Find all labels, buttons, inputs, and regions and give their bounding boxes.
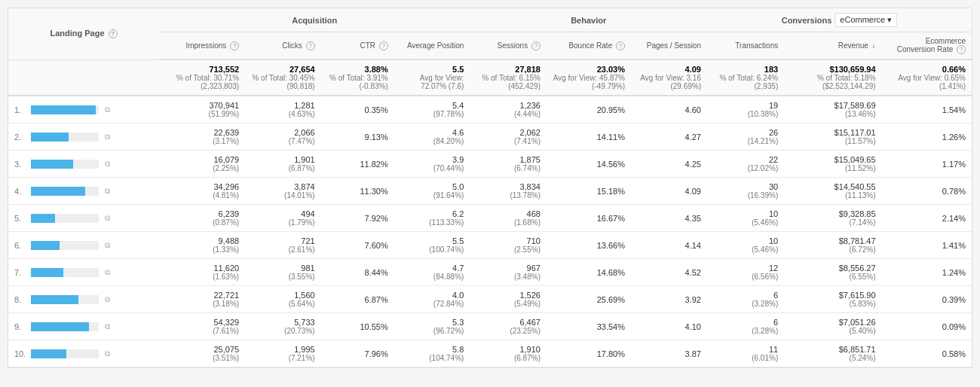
ecommerce-conversion-rate-cell: 0.58% [882, 340, 972, 367]
conversions-type-dropdown[interactable]: eCommerce ▾ [835, 13, 897, 27]
clicks-sub: (4.63%) [251, 110, 315, 118]
ecommerce-conversion-rate-value: 0.09% [888, 322, 966, 331]
transactions-value: 30 [713, 182, 778, 191]
clicks-cell: 981 (3.55%) [245, 259, 321, 286]
totals-revenue: $130,659.94 % of Total: 5.18% ($2,523,14… [784, 59, 881, 96]
ecommerce-conversion-rate-cell: 0.39% [882, 286, 972, 313]
revenue-sort-arrow[interactable]: ↓ [872, 41, 876, 50]
avg-position-value: 4.0 [400, 291, 464, 300]
copy-icon[interactable]: ⧉ [105, 187, 110, 196]
pages-per-session-value: 4.25 [637, 160, 701, 169]
ctr-help-icon[interactable]: ? [379, 41, 388, 50]
ctr-value: 0.35% [327, 105, 388, 114]
copy-icon[interactable]: ⧉ [105, 349, 110, 358]
copy-icon[interactable]: ⧉ [105, 214, 110, 223]
clicks-value: 1,560 [251, 291, 315, 300]
clicks-help-icon[interactable]: ? [306, 41, 315, 50]
impressions-cell: 9,488 (1.33%) [159, 232, 245, 259]
sessions-value: 3,834 [476, 182, 541, 191]
ctr-cell: 7.60% [321, 232, 394, 259]
impressions-help-icon[interactable]: ? [230, 41, 239, 50]
row-number: 9. [14, 322, 28, 331]
sessions-cell: 1,526 (5.49%) [470, 286, 547, 313]
transactions-sub: (3.28%) [713, 300, 778, 308]
table-row: 10. ⧉ 25,075 (3.51%) 1,995 (7.21%) 7.96%… [8, 340, 972, 367]
copy-icon[interactable]: ⧉ [105, 268, 110, 277]
sessions-help-icon[interactable]: ? [531, 41, 541, 50]
totals-transactions-value: 183 [713, 65, 778, 74]
transactions-label: Transactions [735, 41, 778, 50]
impressions-label: Impressions [185, 41, 226, 50]
transactions-sub: (5.46%) [713, 245, 778, 254]
revenue-label: Revenue [838, 41, 868, 50]
totals-avg-position: 5.5 Avg for View: 72.07% (7.6) [394, 59, 470, 96]
landing-cell: 2. ⧉ [8, 123, 159, 151]
bounce-rate-help-icon[interactable]: ? [616, 41, 625, 50]
sessions-cell: 710 (2.55%) [470, 232, 547, 259]
ecommerce-conversion-rate-value: 1.41% [888, 241, 966, 250]
bar-fill [31, 349, 66, 358]
revenue-header: Revenue ↓ [784, 32, 881, 60]
sessions-sub: (2.55%) [476, 245, 541, 254]
sessions-cell: 1,875 (6.74%) [470, 151, 547, 178]
sessions-value: 468 [476, 209, 541, 218]
revenue-sub: (5.40%) [790, 327, 875, 335]
copy-icon[interactable]: ⧉ [105, 322, 110, 331]
totals-avg-position-sub: Avg for View: 72.07% (7.6) [400, 74, 464, 90]
avg-position-sub: (113.33%) [400, 218, 464, 227]
totals-clicks-value: 27,654 [251, 65, 315, 74]
copy-icon[interactable]: ⧉ [105, 295, 110, 304]
totals-sessions: 27,818 % of Total: 6.15% (452,429) [470, 59, 547, 96]
bounce-rate-cell: 20.95% [547, 96, 631, 123]
row-number: 8. [14, 295, 28, 304]
revenue-sub: (5.24%) [790, 354, 875, 362]
ecommerce-conversion-rate-cell: 1.24% [882, 259, 972, 286]
totals-sessions-value: 27,818 [476, 65, 541, 74]
clicks-value: 494 [251, 209, 315, 218]
landing-cell: 6. ⧉ [8, 232, 159, 259]
revenue-cell: $15,049.65 (11.52%) [784, 151, 881, 178]
clicks-sub: (14.01%) [251, 191, 315, 200]
pages-per-session-label: Pages / Session [647, 41, 701, 50]
transactions-value: 10 [713, 209, 778, 218]
clicks-sub: (20.73%) [251, 327, 315, 335]
clicks-cell: 494 (1.79%) [245, 205, 321, 232]
ctr-value: 11.30% [327, 187, 388, 196]
ecommerce-conversion-rate-help-icon[interactable]: ? [957, 45, 966, 54]
ecommerce-conversion-rate-cell: 1.26% [882, 123, 972, 151]
totals-row: 713,552 % of Total: 30.71% (2,323,803) 2… [8, 59, 972, 96]
ecommerce-conversion-rate-header: Ecommerce Conversion Rate ? [882, 32, 972, 60]
transactions-value: 12 [713, 264, 778, 273]
totals-bounce-rate-sub: Avg for View: 45.87% (-49.79%) [553, 74, 625, 90]
ctr-cell: 7.92% [321, 205, 394, 232]
transactions-value: 11 [713, 345, 778, 354]
bar-fill [31, 105, 96, 114]
copy-icon[interactable]: ⧉ [105, 133, 110, 142]
totals-revenue-sub: % of Total: 5.18% ($2,523,144.29) [790, 74, 875, 90]
copy-icon[interactable]: ⧉ [105, 241, 110, 250]
avg-position-value: 4.7 [400, 264, 464, 273]
transactions-cell: 22 (12.02%) [707, 151, 784, 178]
avg-position-value: 5.8 [400, 345, 464, 354]
impressions-cell: 22,639 (3.17%) [159, 123, 245, 151]
ecommerce-conversion-rate-value: 0.58% [888, 349, 966, 358]
copy-icon[interactable]: ⧉ [105, 105, 110, 114]
row-number: 4. [14, 187, 28, 196]
bounce-rate-value: 13.66% [553, 241, 625, 250]
copy-icon[interactable]: ⧉ [105, 160, 110, 169]
transactions-cell: 12 (6.56%) [707, 259, 784, 286]
impressions-sub: (2.25%) [165, 164, 239, 172]
clicks-cell: 1,281 (4.63%) [245, 96, 321, 123]
landing-page-help-icon[interactable]: ? [109, 29, 118, 38]
impressions-value: 22,721 [165, 291, 239, 300]
revenue-cell: $15,117.01 (11.57%) [784, 123, 881, 151]
bounce-rate-label: Bounce Rate [568, 41, 612, 50]
table-row: 6. ⧉ 9,488 (1.33%) 721 (2.61%) 7.60% 5.5… [8, 232, 972, 259]
revenue-cell: $17,589.69 (13.46%) [784, 96, 881, 123]
sessions-cell: 468 (1.68%) [470, 205, 547, 232]
revenue-value: $7,051.26 [790, 318, 875, 327]
transactions-cell: 30 (16.39%) [707, 178, 784, 205]
bar-container [31, 268, 99, 277]
totals-bounce-rate-value: 23.03% [553, 65, 625, 74]
clicks-sub: (7.21%) [251, 354, 315, 362]
